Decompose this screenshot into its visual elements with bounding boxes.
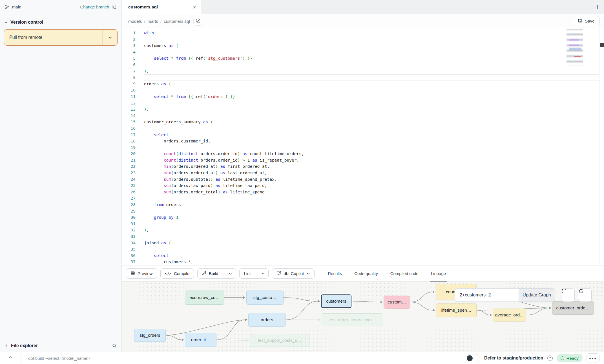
- update-graph-button[interactable]: Update Graph: [519, 289, 555, 302]
- code-line: count(distinct orders.order_id) > 1 as i…: [144, 157, 599, 164]
- lineage-node-lifetime-spend[interactable]: lifetime_spen…: [436, 303, 477, 317]
- tab-title: customers.sql: [128, 5, 190, 10]
- lineage-selector-input[interactable]: [455, 289, 519, 302]
- preview-button[interactable]: Preview: [126, 268, 157, 279]
- version-control-header[interactable]: Version control: [0, 14, 121, 29]
- code-line: orders as (: [144, 81, 599, 87]
- tab-lineage[interactable]: Lineage: [431, 265, 446, 282]
- dbt-copilot-button[interactable]: dbt Copilot: [272, 268, 315, 279]
- indent-guide: [154, 138, 154, 202]
- tab-code-quality[interactable]: Code quality: [354, 265, 378, 282]
- close-icon[interactable]: ×: [193, 4, 196, 10]
- branch-name: main: [12, 5, 21, 9]
- expand-command-bar-button[interactable]: [0, 352, 21, 364]
- line-number: 32: [122, 227, 136, 233]
- lineage-node-ecom-raw-customers[interactable]: ecom.raw_cu…: [185, 291, 224, 305]
- lineage-node-test-order-items[interactable]: test_order_items_com…: [322, 313, 383, 326]
- action-bar: Preview </> Compile Build: [122, 265, 604, 282]
- breadcrumb-models[interactable]: models: [128, 19, 142, 24]
- minimap[interactable]: [567, 29, 589, 66]
- code-line: customers.*,: [144, 259, 599, 265]
- sidebar: main Change branch Version control Pull …: [0, 0, 122, 352]
- build-button[interactable]: Build: [197, 268, 236, 279]
- copilot-caret-icon: [306, 272, 310, 275]
- save-icon: [578, 18, 582, 24]
- line-number: 35: [122, 246, 136, 253]
- breadcrumb-file: customers.sql: [164, 19, 190, 24]
- lineage-node-customers-semantic[interactable]: custom…: [384, 296, 410, 309]
- code-line: [144, 87, 599, 93]
- lineage-panel[interactable]: ecom.raw_cu…stg_custo…customerscustom…co…: [122, 282, 604, 352]
- build-options-caret[interactable]: [225, 269, 236, 278]
- lineage-node-stg-orders[interactable]: stg_orders: [134, 329, 166, 342]
- line-number: 20: [122, 151, 136, 157]
- code-line: joined as (: [144, 240, 599, 246]
- copy-icon[interactable]: [112, 5, 117, 10]
- lint-options-caret[interactable]: [258, 269, 268, 278]
- tab-customers-sql[interactable]: customers.sql ×: [122, 0, 201, 14]
- lineage-node-orders[interactable]: orders: [248, 313, 286, 327]
- lineage-node-customers[interactable]: customers: [321, 294, 351, 308]
- line-number: 16: [122, 125, 136, 132]
- line-number: 30: [122, 214, 136, 221]
- defer-toggle[interactable]: [466, 354, 480, 362]
- lineage-node-order-items[interactable]: order_it…: [185, 333, 216, 347]
- new-tab-button[interactable]: +: [590, 0, 604, 14]
- main-panel: customers.sql × + models / marts / custo…: [122, 0, 604, 352]
- code-content[interactable]: withcustomers as ( select * from {{ ref(…: [141, 28, 599, 265]
- code-line: [144, 233, 599, 240]
- save-label: Save: [585, 19, 595, 24]
- pull-options-caret[interactable]: [103, 30, 117, 45]
- command-input[interactable]: [21, 352, 466, 364]
- branch-row: main Change branch: [0, 0, 121, 14]
- line-number-gutter: 1234567891011121314151617181920212223242…: [122, 28, 141, 265]
- lineage-node-average-order[interactable]: average_ord…: [493, 309, 526, 321]
- line-number: 31: [122, 221, 136, 227]
- ellipsis-icon: ●●●: [589, 357, 597, 360]
- tab-compiled-code[interactable]: Compiled code: [390, 265, 419, 282]
- code-line: [144, 36, 599, 43]
- tab-results[interactable]: Results: [328, 265, 342, 282]
- navigate-compass-button[interactable]: [193, 17, 203, 26]
- line-number: 34: [122, 240, 136, 246]
- save-button[interactable]: Save: [573, 16, 599, 26]
- pull-from-remote-label: Pull from remote: [4, 30, 103, 45]
- help-icon[interactable]: ?: [547, 356, 553, 361]
- lint-button[interactable]: Lint: [239, 268, 268, 279]
- code-line: select * from {{ ref('stg_customers') }}: [144, 55, 599, 62]
- search-icon[interactable]: [112, 343, 117, 348]
- fullscreen-button[interactable]: [561, 288, 575, 302]
- code-line: sum(orders.subtotal) as lifetime_spend_p…: [144, 176, 599, 183]
- lineage-node-stg-customers[interactable]: stg_custo…: [246, 291, 284, 305]
- code-editor[interactable]: 1234567891011121314151617181920212223242…: [122, 28, 604, 265]
- breadcrumb-row: models / marts / customers.sql: [122, 14, 604, 28]
- editor-scrollbar[interactable]: [599, 28, 604, 265]
- code-line: ),: [144, 68, 599, 75]
- code-line: max(orders.ordered_at) as last_ordered_a…: [144, 170, 599, 176]
- code-line: [144, 49, 599, 55]
- line-number: 11: [122, 93, 136, 100]
- code-line: [144, 208, 599, 215]
- file-explorer-header[interactable]: File explorer: [0, 339, 121, 352]
- lineage-node-customer-orders[interactable]: customer_orde…: [552, 301, 594, 315]
- lineage-node-test-supply-costs[interactable]: test_supply_costs_s…: [250, 334, 309, 347]
- code-line: from orders: [144, 202, 599, 208]
- code-line: sum(orders.order_total) as lifetime_spen…: [144, 189, 599, 195]
- line-number: 10: [122, 87, 136, 93]
- code-line: min(orders.ordered_at) as first_ordered_…: [144, 163, 599, 170]
- code-icon: </>: [165, 271, 171, 276]
- compile-button[interactable]: </> Compile: [160, 268, 194, 279]
- breadcrumb-marts[interactable]: marts: [148, 19, 158, 24]
- code-line: [144, 100, 599, 106]
- refresh-graph-button[interactable]: [578, 288, 592, 302]
- pull-from-remote-button[interactable]: Pull from remote: [4, 29, 118, 46]
- code-line: ),: [144, 227, 599, 233]
- plus-icon: +: [595, 3, 599, 11]
- dbt-ide-app: main Change branch Version control Pull …: [0, 0, 604, 364]
- change-branch-link[interactable]: Change branch: [80, 5, 109, 9]
- scrollbar-thumb[interactable]: [600, 43, 604, 47]
- line-number: 29: [122, 208, 136, 215]
- line-number: 36: [122, 253, 136, 259]
- tab-strip: customers.sql × +: [122, 0, 604, 14]
- more-options-button[interactable]: ●●●: [587, 353, 599, 363]
